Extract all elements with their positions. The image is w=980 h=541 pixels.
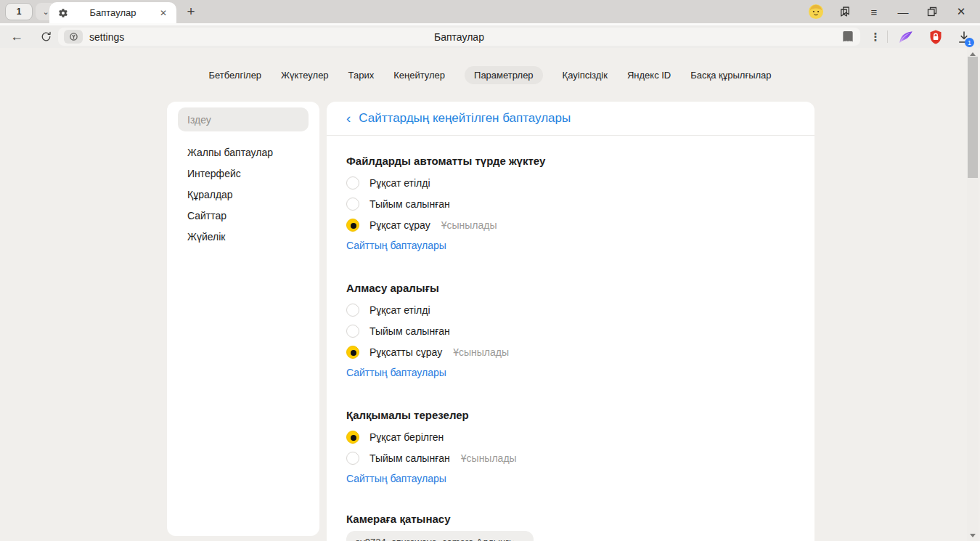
side-panels-icon[interactable]: [830, 0, 859, 23]
url-bar[interactable]: settings Баптаулар: [58, 28, 860, 46]
download-count-badge: 1: [965, 38, 974, 47]
advanced-site-settings-header[interactable]: ‹ Сайттардың кеңейтілген баптаулары: [327, 102, 814, 136]
radio-button[interactable]: [346, 325, 359, 338]
search-input[interactable]: [178, 107, 309, 131]
radio-label: Рұқсат сұрау: [369, 219, 430, 231]
nav-tab-yandex-id[interactable]: Яндекс ID: [627, 66, 671, 84]
settings-page: Бетбелгілер Жүктеулер Тарих Кеңейтулер П…: [0, 48, 980, 541]
section-heading: Алмасу аралығы: [346, 281, 793, 296]
content-body: Файлдарды автоматты түрде жүктеу Рұқсат …: [327, 154, 814, 541]
sidebar-item-interface[interactable]: Интерфейс: [167, 163, 319, 184]
radio-label: Рұқсат етілді: [369, 177, 430, 189]
site-favicon-badge: [64, 30, 83, 44]
recommended-badge: Ұсынылады: [441, 219, 497, 231]
nav-tab-bookmarks[interactable]: Бетбелгілер: [208, 66, 261, 84]
section-camera: Камераға қатынасу ov9734_azurewave_camer…: [346, 512, 793, 541]
active-tab[interactable]: Баптаулар ✕: [49, 2, 176, 23]
radio-option[interactable]: Тыйым салынған: [346, 193, 793, 214]
radio-button[interactable]: [346, 431, 359, 444]
toolbar-divider: [887, 30, 888, 43]
section-heading: Файлдарды автоматты түрде жүктеу: [346, 154, 793, 168]
back-button[interactable]: ←: [4, 25, 29, 48]
gear-icon: [58, 8, 68, 18]
nav-tab-extensions[interactable]: Кеңейтулер: [393, 66, 445, 84]
scrollbar-thumb[interactable]: [968, 57, 978, 178]
scrollbar-down-arrow[interactable]: [967, 531, 979, 540]
radio-option[interactable]: Рұқсат сұрау Ұсынылады: [346, 214, 793, 235]
radio-option[interactable]: Рұқсат берілген: [346, 426, 793, 447]
toolbar: ← settings Баптаулар: [0, 23, 980, 48]
close-window-button[interactable]: ✕: [947, 0, 976, 23]
url-text: settings: [89, 31, 124, 43]
minimize-button[interactable]: —: [889, 0, 918, 23]
radio-option[interactable]: Тыйым салынған: [346, 320, 793, 341]
radio-button[interactable]: [346, 346, 359, 359]
sidebar-item-general[interactable]: Жалпы баптаулар: [167, 142, 319, 163]
radio-button[interactable]: [346, 304, 359, 317]
settings-content: ‹ Сайттардың кеңейтілген баптаулары Файл…: [327, 102, 814, 541]
scrollbar: [967, 48, 979, 541]
settings-nav-tabs: Бетбелгілер Жүктеулер Тарих Кеңейтулер П…: [0, 66, 980, 84]
section-heading: Камераға қатынасу: [346, 512, 793, 526]
sidebar-item-sites[interactable]: Сайттар: [167, 205, 319, 226]
settings-sidebar: Жалпы баптаулар Интерфейс Құралдар Сайтт…: [167, 102, 319, 536]
tab-close-icon[interactable]: ✕: [158, 7, 169, 20]
radio-button[interactable]: [346, 176, 359, 190]
radio-option[interactable]: Тыйым салынған Ұсынылады: [346, 447, 793, 468]
maximize-restore-button[interactable]: [918, 0, 947, 23]
section-clipboard: Алмасу аралығы Рұқсат етілді Тыйым салын…: [346, 281, 793, 380]
tab-counter-button[interactable]: 1: [5, 3, 33, 20]
nav-tab-downloads[interactable]: Жүктеулер: [281, 66, 329, 84]
camera-select-value: ov9734_azurewave_camera Алдыңғы: [355, 537, 514, 541]
section-auto-download: Файлдарды автоматты түрде жүктеу Рұқсат …: [346, 154, 793, 253]
download-icon[interactable]: 1: [953, 25, 975, 48]
chevron-left-icon: ‹: [346, 111, 351, 125]
omnibox-page-title: Баптаулар: [58, 31, 860, 43]
recommended-badge: Ұсынылады: [461, 452, 517, 464]
window-controls: ≡ — ✕: [801, 0, 976, 23]
radio-label: Тыйым салынған: [369, 325, 450, 337]
site-settings-link[interactable]: Сайттың баптаулары: [346, 471, 446, 486]
radio-option[interactable]: Рұқсат етілді: [346, 299, 793, 320]
radio-button[interactable]: [346, 219, 359, 232]
radio-label: Рұқсатты сұрау: [369, 346, 442, 358]
radio-button[interactable]: [346, 452, 359, 465]
radio-label: Рұқсат берілген: [369, 431, 444, 443]
nav-tab-security[interactable]: Қауіпсіздік: [563, 66, 608, 84]
section-heading: Қалқымалы терезелер: [346, 408, 793, 423]
sidebar-search: [178, 107, 309, 131]
kebab-menu-icon[interactable]: ⋮: [868, 25, 883, 48]
radio-label: Рұқсат етілді: [369, 304, 430, 316]
radio-option[interactable]: Рұқсатты сұрау Ұсынылады: [346, 341, 793, 362]
reload-button[interactable]: [33, 25, 58, 48]
site-settings-link[interactable]: Сайттың баптаулары: [346, 365, 446, 380]
nav-tab-history[interactable]: Тарих: [348, 66, 375, 84]
tab-strip: 1 ⌄ Баптаулар ✕ +: [0, 0, 980, 23]
nav-tab-other-devices[interactable]: Басқа құрылғылар: [690, 66, 771, 84]
page-title: Сайттардың кеңейтілген баптаулары: [359, 111, 571, 126]
sidebar-list: Жалпы баптаулар Интерфейс Құралдар Сайтт…: [167, 142, 319, 247]
section-popups: Қалқымалы терезелер Рұқсат берілген Тыйы…: [346, 408, 793, 486]
sidebar-item-system[interactable]: Жүйелік: [167, 226, 319, 247]
chevron-down-icon: ⌄: [519, 538, 525, 541]
menu-hamburger-icon[interactable]: ≡: [859, 0, 889, 23]
radio-option[interactable]: Рұқсат етілді: [346, 172, 793, 193]
new-tab-button[interactable]: +: [181, 2, 200, 21]
sidebar-item-tools[interactable]: Құралдар: [167, 184, 319, 205]
nav-tab-settings[interactable]: Параметрлер: [465, 66, 543, 84]
radio-label: Тыйым салынған: [369, 198, 450, 210]
protect-shield-icon[interactable]: [925, 25, 947, 48]
avatar: [808, 4, 824, 20]
profile-avatar[interactable]: [801, 0, 830, 23]
radio-button[interactable]: [346, 198, 359, 211]
browser-window: 1 ⌄ Баптаулар ✕ +: [0, 0, 980, 541]
bookmark-flag-icon[interactable]: [843, 31, 853, 42]
radio-label: Тыйым салынған: [369, 452, 450, 464]
neuro-feather-icon[interactable]: [895, 25, 917, 48]
site-settings-link[interactable]: Сайттың баптаулары: [346, 238, 446, 253]
recommended-badge: Ұсынылады: [453, 346, 509, 358]
tab-title: Баптаулар: [68, 7, 158, 18]
camera-device-select[interactable]: ov9734_azurewave_camera Алдыңғы ⌄: [346, 531, 534, 541]
